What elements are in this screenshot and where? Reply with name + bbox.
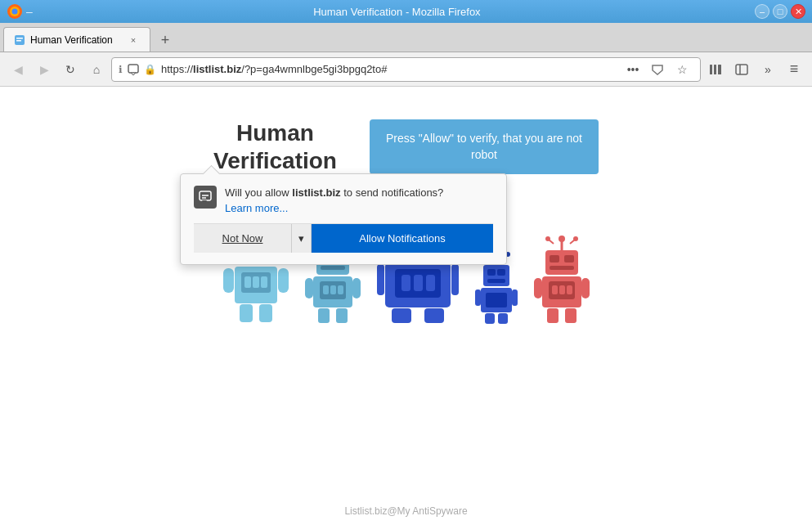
svg-rect-97	[550, 255, 559, 262]
svg-rect-35	[259, 304, 272, 322]
bookmark-button[interactable]: ☆	[671, 58, 693, 81]
address-bar-actions: ••• ☆	[621, 58, 693, 81]
svg-rect-11	[736, 65, 747, 74]
svg-rect-98	[564, 255, 574, 262]
svg-rect-70	[377, 264, 384, 295]
svg-rect-99	[550, 266, 574, 270]
title-bar-arrows: –	[26, 5, 33, 18]
svg-rect-32	[223, 268, 234, 293]
forward-button[interactable]: ▶	[33, 58, 56, 81]
notification-popup: Will you allow listlist.biz to send noti…	[180, 173, 507, 265]
svg-rect-31	[261, 276, 267, 288]
svg-rect-81	[487, 269, 496, 276]
title-bar-title: Human Verification - Mozilla Firefox	[39, 6, 755, 18]
svg-rect-85	[486, 293, 507, 307]
not-now-dropdown-button[interactable]: ▾	[292, 224, 312, 253]
not-now-label: Not Now	[222, 232, 263, 245]
popup-content: Will you allow listlist.biz to send noti…	[225, 186, 443, 215]
navigation-bar: ◀ ▶ ↻ ⌂ ℹ 🔒 https://listlist.biz/?p=ga4w…	[0, 52, 812, 87]
menu-button[interactable]: ≡	[783, 58, 805, 81]
svg-point-95	[573, 236, 578, 241]
refresh-button[interactable]: ↻	[59, 58, 82, 81]
svg-rect-10	[718, 65, 721, 74]
popup-message: Will you allow listlist.biz to send noti…	[225, 186, 443, 200]
svg-rect-88	[485, 313, 495, 324]
svg-rect-96	[545, 250, 578, 275]
svg-rect-105	[534, 278, 542, 298]
svg-rect-29	[244, 276, 251, 288]
svg-rect-5	[16, 40, 21, 42]
svg-rect-30	[253, 276, 259, 288]
robot-5	[534, 236, 590, 325]
url-domain: listlist.biz	[193, 63, 241, 75]
not-now-button[interactable]: Not Now	[194, 224, 292, 253]
svg-rect-68	[414, 275, 423, 291]
allow-notifications-button[interactable]: Allow Notifications	[312, 224, 493, 253]
url-prefix: https://	[161, 63, 193, 75]
active-tab[interactable]: Human Verification ×	[3, 27, 150, 52]
dropdown-arrow-icon: ▾	[298, 232, 304, 245]
page-title-section: Human Verification Press "Allow" to veri…	[213, 119, 599, 174]
notification-icon	[128, 64, 139, 75]
forward-icon: ▶	[40, 63, 49, 76]
firefox-icon	[7, 3, 23, 20]
minimize-arrow[interactable]: –	[26, 5, 33, 18]
svg-rect-34	[240, 304, 253, 322]
tab-page-icon	[14, 34, 25, 46]
svg-rect-53	[318, 308, 330, 323]
url-path: /?p=ga4wmnlbge5gi3bpgq2to#	[241, 63, 387, 75]
svg-rect-87	[512, 289, 518, 306]
svg-rect-52	[352, 278, 361, 298]
main-content: Will you allow listlist.biz to send noti…	[0, 87, 812, 525]
popup-site-name: listlist.biz	[292, 186, 340, 199]
svg-rect-49	[330, 285, 336, 294]
popup-learn-more-link[interactable]: Learn more...	[225, 202, 288, 214]
svg-rect-6	[128, 65, 138, 73]
svg-rect-54	[336, 308, 348, 323]
refresh-icon: ↻	[65, 63, 75, 76]
svg-rect-50	[338, 285, 343, 294]
svg-rect-71	[451, 264, 459, 295]
svg-rect-106	[581, 278, 590, 298]
maximize-button[interactable]: □	[773, 4, 787, 19]
pocket-button[interactable]	[646, 58, 669, 81]
svg-rect-69	[426, 275, 435, 291]
sidebar-button[interactable]	[730, 58, 753, 81]
page-title-line1: Human	[236, 120, 314, 146]
title-bar-left: –	[7, 3, 39, 20]
tab-close-button[interactable]: ×	[127, 34, 140, 47]
svg-point-93	[545, 236, 550, 241]
svg-rect-8	[710, 65, 712, 74]
popup-message-pre: Will you allow	[225, 186, 292, 199]
svg-rect-107	[547, 308, 559, 323]
close-button[interactable]: ✕	[791, 4, 805, 19]
svg-rect-51	[305, 278, 313, 298]
svg-marker-7	[131, 73, 136, 75]
back-button[interactable]: ◀	[7, 58, 29, 81]
svg-rect-73	[424, 308, 444, 323]
minimize-button[interactable]: –	[755, 4, 769, 19]
svg-rect-45	[321, 266, 345, 270]
title-bar-controls: – □ ✕	[755, 4, 805, 19]
popup-header: Will you allow listlist.biz to send noti…	[194, 186, 493, 215]
svg-rect-102	[552, 285, 558, 294]
svg-rect-103	[559, 285, 565, 294]
new-tab-button[interactable]: +	[154, 29, 177, 52]
back-icon: ◀	[14, 63, 23, 76]
page-title: Human Verification	[213, 119, 337, 174]
svg-rect-4	[16, 38, 23, 39]
svg-marker-14	[202, 200, 207, 204]
more-options-button[interactable]: •••	[621, 58, 644, 81]
popup-message-icon	[194, 186, 217, 209]
svg-point-2	[12, 9, 18, 15]
library-button[interactable]	[704, 58, 727, 81]
address-url: https://listlist.biz/?p=ga4wmnlbge5gi3bp…	[161, 63, 617, 75]
address-bar[interactable]: ℹ 🔒 https://listlist.biz/?p=ga4wmnlbge5g…	[111, 57, 701, 82]
library-icon	[708, 62, 723, 77]
popup-actions: Not Now ▾ Allow Notifications	[194, 223, 493, 253]
more-tools-button[interactable]: »	[756, 58, 779, 81]
title-bar: – Human Verification - Mozilla Firefox –…	[0, 0, 812, 23]
home-button[interactable]: ⌂	[85, 58, 108, 81]
popup-message-post: to send notifications?	[341, 186, 444, 199]
svg-rect-67	[402, 275, 410, 291]
